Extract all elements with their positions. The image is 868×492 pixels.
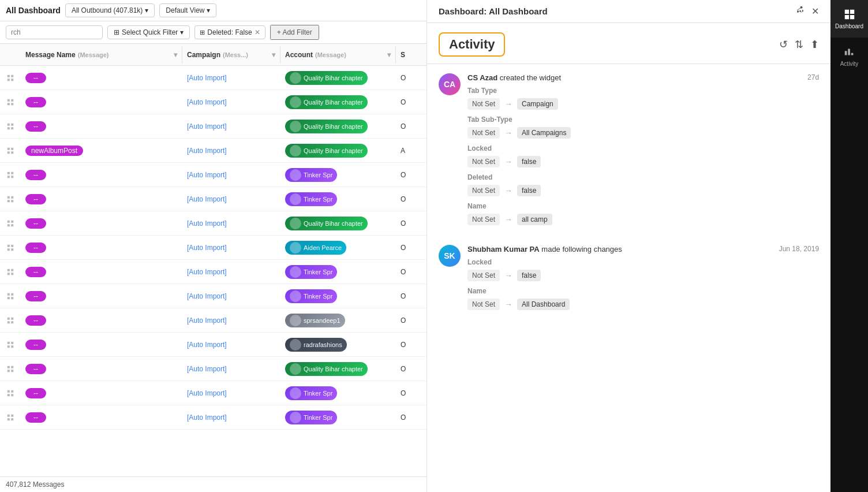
campaign-link[interactable]: [Auto Import]	[187, 268, 227, 276]
deleted-filter-chip: ⊞ Deleted: False ✕	[194, 25, 265, 39]
remove-filter-btn[interactable]: ✕	[255, 28, 260, 36]
change-to: all camp	[517, 214, 552, 225]
top-bar: All Dashboard All Outbound (407.81k) ▾ D…	[0, 0, 426, 21]
campaign-link[interactable]: [Auto Import]	[187, 122, 227, 131]
table-row[interactable]: -- [Auto Import] radrafashions O	[0, 333, 426, 357]
sidebar-item-dashboard[interactable]: Dashboard	[830, 0, 868, 38]
account-avatar	[290, 218, 301, 229]
account-chip: radrafashions	[285, 338, 347, 352]
row-s-cell: O	[396, 192, 426, 207]
account-chip: Tinker Spr	[285, 168, 337, 182]
row-s-cell: O	[396, 216, 426, 231]
table-row[interactable]: -- [Auto Import] Quality Bihar chapter O	[0, 90, 426, 114]
col-campaign: Campaign (Mess...) ▾	[182, 46, 280, 64]
change-to: false	[517, 185, 541, 196]
row-tag: --	[25, 267, 46, 277]
campaign-link[interactable]: [Auto Import]	[187, 365, 227, 373]
change-to: All Dashboard	[517, 299, 570, 310]
row-s-cell: A	[396, 143, 426, 158]
table-row[interactable]: -- [Auto Import] Tinker Spr O	[0, 163, 426, 187]
campaign-link[interactable]: [Auto Import]	[187, 195, 227, 203]
view-btn[interactable]: Default View ▾	[159, 3, 216, 17]
row-campaign-cell: [Auto Import]	[182, 167, 280, 182]
table-row[interactable]: -- [Auto Import] Tinker Spr O	[0, 381, 426, 405]
account-avatar	[290, 412, 301, 423]
activity-body: CA CS Azad created the widget 27d Tab Ty…	[427, 64, 830, 492]
activity-change-section: Name Not Set → all camp	[467, 202, 819, 225]
table-row[interactable]: -- [Auto Import] Tinker Spr O	[0, 187, 426, 211]
share-icon[interactable]	[795, 6, 805, 17]
table-row[interactable]: -- [Auto Import] Quality Bihar chapter O	[0, 66, 426, 90]
change-section-label: Locked	[467, 144, 819, 152]
row-campaign-cell: [Auto Import]	[182, 143, 280, 158]
col-msg-sort[interactable]: ▾	[174, 51, 177, 59]
campaign-link[interactable]: [Auto Import]	[187, 292, 227, 300]
activity-entry: CA CS Azad created the widget 27d Tab Ty…	[439, 73, 819, 231]
account-chip: Tinker Spr	[285, 289, 337, 303]
activity-title: Activity	[449, 37, 495, 51]
sort-icon[interactable]: ⇅	[795, 38, 803, 51]
row-campaign-cell: [Auto Import]	[182, 410, 280, 425]
panel-title: Dashboard: All Dashboard	[439, 6, 548, 16]
table-row[interactable]: -- [Auto Import] Quality Bihar chapter O	[0, 211, 426, 236]
row-message-cell: --	[21, 215, 182, 232]
change-from: Not Set	[467, 214, 500, 225]
arrow-icon: →	[504, 128, 512, 137]
campaign-link[interactable]: [Auto Import]	[187, 389, 227, 397]
campaign-link[interactable]: [Auto Import]	[187, 171, 227, 179]
quick-filter-btn[interactable]: ⊞ Select Quick Filter ▾	[107, 25, 190, 39]
change-section-label: Deleted	[467, 173, 819, 181]
row-account-cell: Quality Bihar chapter	[280, 116, 396, 137]
arrow-icon: →	[504, 215, 512, 224]
table-row[interactable]: -- [Auto Import] sprsandeep1 O	[0, 308, 426, 333]
campaign-link[interactable]: [Auto Import]	[187, 74, 227, 82]
row-campaign-cell: [Auto Import]	[182, 70, 280, 85]
account-chip: Quality Bihar chapter	[285, 71, 368, 85]
table-row[interactable]: -- [Auto Import] Tinker Spr O	[0, 260, 426, 284]
arrow-icon: →	[504, 300, 512, 309]
account-avatar	[290, 290, 301, 302]
row-campaign-cell: [Auto Import]	[182, 119, 280, 134]
row-tag: --	[25, 73, 46, 83]
row-icon	[0, 219, 21, 228]
row-icon	[0, 365, 21, 373]
campaign-link[interactable]: [Auto Import]	[187, 244, 227, 252]
row-account-cell: Aiden Pearce	[280, 237, 396, 258]
col-camp-sort[interactable]: ▾	[272, 51, 275, 59]
col-acc-sort[interactable]: ▾	[387, 51, 391, 59]
activity-sidebar-label: Activity	[840, 61, 859, 67]
row-campaign-cell: [Auto Import]	[182, 192, 280, 207]
table-row[interactable]: -- [Auto Import] Quality Bihar chapter O	[0, 357, 426, 381]
refresh-icon[interactable]: ↺	[779, 38, 788, 51]
campaign-link[interactable]: [Auto Import]	[187, 413, 227, 422]
row-tag: --	[25, 340, 46, 350]
campaign-link[interactable]: [Auto Import]	[187, 98, 227, 106]
filter-icon-small: ⊞	[200, 29, 205, 36]
activity-tab-box[interactable]: Activity	[439, 32, 505, 57]
dashboard-icon-wrap	[843, 8, 856, 21]
campaign-link[interactable]: [Auto Import]	[187, 341, 227, 349]
change-to: All Campaigns	[517, 127, 571, 139]
filter-bar: ⊞ Select Quick Filter ▾ ⊞ Deleted: False…	[0, 21, 426, 44]
row-message-cell: --	[21, 69, 182, 87]
dashboard-title-left: All Dashboard	[6, 6, 61, 15]
table-row[interactable]: -- [Auto Import] Tinker Spr O	[0, 405, 426, 430]
add-filter-btn[interactable]: + Add Filter	[270, 25, 319, 40]
campaign-link[interactable]: [Auto Import]	[187, 316, 227, 325]
outbound-btn[interactable]: All Outbound (407.81k) ▾	[65, 3, 155, 17]
table-row[interactable]: -- [Auto Import] Quality Bihar chapter O	[0, 114, 426, 139]
row-tag: --	[25, 291, 46, 301]
table-row[interactable]: newAlbumPost [Auto Import] Quality Bihar…	[0, 139, 426, 163]
row-campaign-cell: [Auto Import]	[182, 240, 280, 255]
close-panel-icon[interactable]: ✕	[811, 6, 819, 17]
change-to: false	[517, 156, 541, 167]
campaign-link[interactable]: [Auto Import]	[187, 147, 227, 155]
table-row[interactable]: -- [Auto Import] Tinker Spr O	[0, 284, 426, 308]
sidebar-item-activity[interactable]: Activity	[830, 38, 868, 75]
search-input[interactable]	[6, 25, 103, 39]
table-row[interactable]: -- [Auto Import] Aiden Pearce O	[0, 236, 426, 260]
row-tag: newAlbumPost	[25, 146, 83, 156]
export-icon[interactable]: ⬆	[810, 38, 819, 51]
row-message-cell: --	[21, 409, 182, 426]
campaign-link[interactable]: [Auto Import]	[187, 219, 227, 228]
